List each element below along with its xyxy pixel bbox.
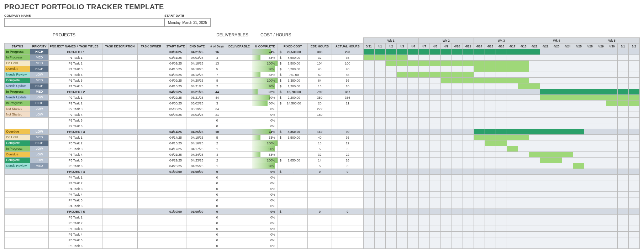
actual-hours[interactable]: 100: [332, 61, 363, 66]
task-row[interactable]: Needs UpdateLOWP2 Task 104/22/2506/21/25…: [5, 95, 640, 101]
pct-complete[interactable]: 0%: [252, 112, 278, 118]
fixed-cost[interactable]: [278, 175, 308, 180]
fixed-cost[interactable]: 1,200.00: [278, 83, 308, 89]
pct-complete[interactable]: 0%: [252, 226, 278, 232]
deliverable[interactable]: [226, 226, 252, 232]
deliverable[interactable]: [226, 83, 252, 89]
fixed-cost[interactable]: 1,850.00: [278, 158, 308, 163]
start-date[interactable]: 04/25/25: [165, 163, 186, 169]
actual-hours[interactable]: 99: [332, 129, 363, 135]
fixed-cost[interactable]: 3,200.00: [278, 66, 308, 72]
priority-badge[interactable]: MED: [30, 135, 48, 140]
actual-hours[interactable]: [332, 118, 363, 123]
fixed-cost[interactable]: -: [278, 169, 308, 175]
est-hours[interactable]: [308, 180, 332, 186]
task-row[interactable]: OverdueHIGHP1 Task 304/13/2504/18/25590%…: [5, 66, 640, 72]
priority-badge[interactable]: LOW: [30, 158, 48, 163]
row-name[interactable]: P3 Task 1: [48, 135, 102, 140]
task-row[interactable]: P4 Task 400%: [5, 192, 640, 197]
pct-complete[interactable]: 33%: [252, 72, 278, 78]
deliverable[interactable]: [226, 123, 252, 129]
pct-complete[interactable]: 0%: [252, 243, 278, 249]
end-date[interactable]: [186, 220, 208, 226]
num-days[interactable]: 0: [208, 220, 226, 226]
pct-complete[interactable]: 0%: [252, 232, 278, 237]
deliverable[interactable]: [226, 163, 252, 169]
deliverable[interactable]: [226, 89, 252, 95]
num-days[interactable]: 34: [208, 106, 226, 112]
est-hours[interactable]: [308, 215, 332, 220]
task-row[interactable]: P5 Task 200%: [5, 220, 640, 226]
fixed-cost[interactable]: 22,530.00: [278, 49, 308, 55]
deliverable[interactable]: [226, 152, 252, 158]
num-days[interactable]: 4: [208, 55, 226, 61]
status-badge[interactable]: On Hold: [5, 135, 30, 140]
actual-hours[interactable]: [332, 186, 363, 192]
est-hours[interactable]: [308, 243, 332, 249]
deliverable[interactable]: [226, 169, 252, 175]
end-date[interactable]: 04/17/25: [186, 146, 208, 152]
fixed-cost[interactable]: 8,500.00: [278, 55, 308, 61]
start-date[interactable]: 04/14/25: [165, 135, 186, 140]
num-days[interactable]: 7: [208, 72, 226, 78]
pct-complete[interactable]: 0%: [252, 197, 278, 203]
end-date[interactable]: [186, 243, 208, 249]
pct-complete[interactable]: 0%: [252, 106, 278, 112]
fixed-cost[interactable]: [278, 163, 308, 169]
fixed-cost[interactable]: [278, 192, 308, 197]
start-date[interactable]: 04/22/25: [165, 95, 186, 101]
end-date[interactable]: 04/25/25: [186, 129, 208, 135]
deliverable[interactable]: [226, 95, 252, 101]
status-badge[interactable]: On Hold: [5, 61, 30, 66]
actual-hours[interactable]: 367: [332, 89, 363, 95]
est-hours[interactable]: [308, 186, 332, 192]
pct-complete[interactable]: 100%: [252, 78, 278, 83]
row-name[interactable]: P3 Task 6: [48, 163, 102, 169]
start-date[interactable]: [165, 237, 186, 243]
est-hours[interactable]: [308, 118, 332, 123]
start-date[interactable]: [165, 175, 186, 180]
num-days[interactable]: 0: [208, 123, 226, 129]
pct-complete[interactable]: 0%: [252, 118, 278, 123]
status-badge[interactable]: Overdue: [5, 66, 30, 72]
end-date[interactable]: [186, 118, 208, 123]
priority-badge[interactable]: MED: [30, 61, 48, 66]
task-row[interactable]: OverdueLOWP3 Task 404/21/2504/24/25433%3…: [5, 152, 640, 158]
start-date[interactable]: 04/18/25: [165, 83, 186, 89]
deliverable[interactable]: [226, 112, 252, 118]
status-badge[interactable]: Complete: [5, 78, 30, 83]
task-row[interactable]: Not StartedLOWP2 Task 305/05/2506/19/253…: [5, 106, 640, 112]
priority-badge[interactable]: HIGH: [30, 49, 48, 55]
fixed-cost[interactable]: [278, 180, 308, 186]
actual-hours[interactable]: 22: [332, 152, 363, 158]
num-days[interactable]: 5: [208, 135, 226, 140]
fixed-cost[interactable]: [278, 243, 308, 249]
status-badge[interactable]: Complete: [5, 140, 30, 146]
status-badge[interactable]: Not Started: [5, 112, 30, 117]
status-badge[interactable]: In Progress: [5, 146, 30, 151]
num-days[interactable]: 0: [208, 175, 226, 180]
task-row[interactable]: P5 Task 400%: [5, 232, 640, 237]
task-row[interactable]: P4 Task 200%: [5, 180, 640, 186]
row-name[interactable]: PROJECT 4: [48, 169, 102, 175]
actual-hours[interactable]: [332, 226, 363, 232]
task-row[interactable]: P5 Task 100%: [5, 215, 640, 220]
status-badge[interactable]: In Progress: [5, 49, 30, 55]
deliverable[interactable]: [226, 49, 252, 55]
task-row[interactable]: In ProgressMEDP1 Task 103/31/2504/03/254…: [5, 55, 640, 61]
priority-badge[interactable]: LOW: [30, 129, 48, 134]
pct-complete[interactable]: 33%: [252, 135, 278, 140]
row-name[interactable]: P1 Task 5: [48, 78, 102, 83]
end-date[interactable]: 01/00/00: [186, 209, 208, 215]
start-date[interactable]: [165, 226, 186, 232]
row-name[interactable]: P4 Task 6: [48, 203, 102, 209]
task-row[interactable]: P2 Task 600%: [5, 123, 640, 129]
est-hours[interactable]: 272: [308, 106, 332, 112]
task-row[interactable]: Not StartedLOWP2 Task 405/06/2506/03/252…: [5, 112, 640, 118]
status-badge[interactable]: In Progress: [5, 89, 30, 94]
num-days[interactable]: 1: [208, 163, 226, 169]
start-date[interactable]: 04/15/25: [165, 140, 186, 146]
est-hours[interactable]: 32: [308, 152, 332, 158]
row-name[interactable]: P2 Task 3: [48, 106, 102, 112]
end-date[interactable]: [186, 232, 208, 237]
